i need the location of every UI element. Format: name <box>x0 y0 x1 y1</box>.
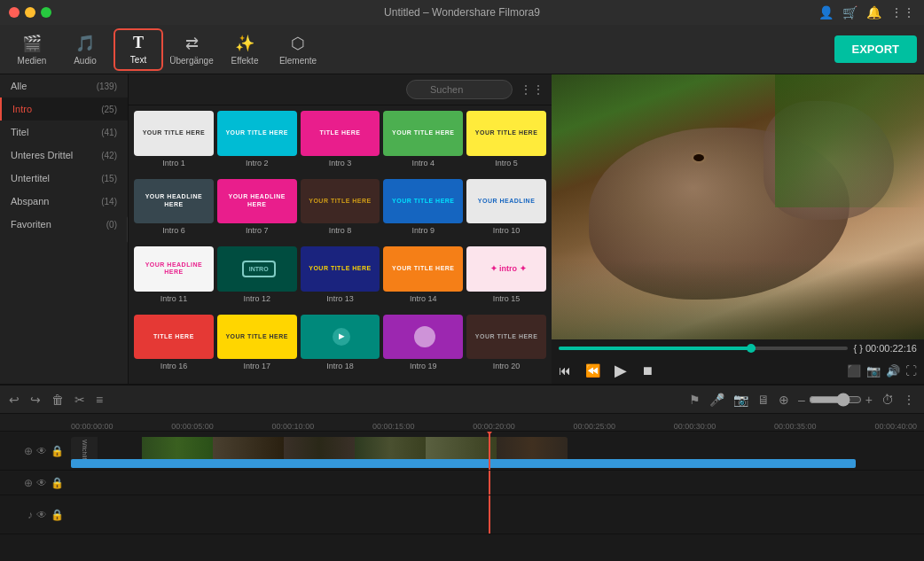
title-bar-icons: 👤 🛒 🔔 ⋮⋮ <box>818 5 915 19</box>
track-content-text1[interactable] <box>71 471 924 495</box>
template-name-3: Intro 3 <box>329 159 352 168</box>
toolbar-ubergange[interactable]: ⇄ Übergänge <box>167 28 216 71</box>
toolbar-medien[interactable]: 🎬 Medien <box>7 28 57 71</box>
redo-button[interactable]: ↪ <box>30 393 41 407</box>
template-toolbar: 🔍 ⋮⋮ <box>129 74 552 105</box>
screen-icon[interactable]: ⬛ <box>847 364 861 378</box>
timeline-ruler: 00:00:00:00 00:00:05:00 00:00:10:00 00:0… <box>0 414 924 432</box>
template-item-10[interactable]: YOUR HEADLINEIntro 10 <box>466 179 546 244</box>
template-item-5[interactable]: Your Title HereIntro 5 <box>466 111 546 175</box>
template-name-6: Intro 6 <box>162 226 185 235</box>
add-icon[interactable]: ⊕ <box>779 393 789 407</box>
template-name-2: Intro 2 <box>246 159 269 168</box>
track-add2-icon[interactable]: ⊕ <box>24 477 33 489</box>
track-eye2-icon[interactable]: 👁 <box>36 477 47 489</box>
track-eye-icon[interactable]: 👁 <box>36 445 47 457</box>
template-item-1[interactable]: YOUR TITLE HEREIntro 1 <box>134 111 214 175</box>
step-back-button[interactable]: ⏪ <box>585 363 600 378</box>
timeline-toolbar: ↩ ↪ 🗑 ✂ ≡ ⚑ 🎤 📷 🖥 ⊕ – + ⏱ ⋮ <box>0 386 924 414</box>
template-name-4: Intro 4 <box>412 159 435 168</box>
panel-item-titel[interactable]: Titel (41) <box>0 121 128 144</box>
maximize-button[interactable] <box>41 7 51 18</box>
track-lock2-icon[interactable]: 🔒 <box>51 477 64 489</box>
template-item-20[interactable]: YOUR TITLE HEREIntro 20 <box>466 315 546 379</box>
zoom-out-icon[interactable]: – <box>798 393 805 407</box>
stop-button[interactable]: ⏹ <box>641 363 654 378</box>
template-item-9[interactable]: Your Title HereIntro 9 <box>383 179 463 244</box>
template-item-2[interactable]: YOUR TITLE HEREIntro 2 <box>217 111 297 175</box>
text-icon: T <box>133 34 144 52</box>
template-item-15[interactable]: ✦ intro ✦Intro 15 <box>466 246 546 311</box>
panel-item-unteres[interactable]: Unteres Drittel (42) <box>0 144 128 167</box>
progress-bar[interactable] <box>559 347 848 350</box>
search-input[interactable] <box>406 80 513 99</box>
mic-icon[interactable]: 🎤 <box>709 393 724 407</box>
skip-back-button[interactable]: ⏮ <box>559 363 571 378</box>
toolbar-audio[interactable]: 🎵 Audio <box>60 28 110 71</box>
template-name-8: Intro 8 <box>329 226 352 235</box>
split-button[interactable]: ≡ <box>96 393 103 407</box>
export-button[interactable]: EXPORT <box>834 35 917 63</box>
delete-button[interactable]: 🗑 <box>51 393 64 407</box>
track-lock3-icon[interactable]: 🔒 <box>51 509 64 521</box>
undo-button[interactable]: ↩ <box>9 393 20 407</box>
screen2-icon[interactable]: 🖥 <box>757 393 770 407</box>
template-name-10: Intro 10 <box>493 226 521 235</box>
clock-icon[interactable]: ⏱ <box>881 393 894 407</box>
template-item-19[interactable]: Intro 19 <box>383 315 463 379</box>
medien-icon: 🎬 <box>22 34 42 53</box>
panel-item-untertitel[interactable]: Untertitel (15) <box>0 167 128 190</box>
progress-handle[interactable] <box>747 344 756 353</box>
preview-progress-bar-container[interactable]: { } 00:00:22:16 <box>552 339 924 357</box>
more-icon[interactable]: ⋮ <box>903 393 915 407</box>
template-item-14[interactable]: YOUR TITLE HEREIntro 14 <box>383 246 463 311</box>
track-controls-audio1: ♪ 👁 🔒 <box>0 509 71 521</box>
time-display: { } 00:00:22:16 <box>853 343 917 354</box>
template-item-6[interactable]: YOUR HEADLINE HEREIntro 6 <box>134 179 214 244</box>
toolbar-elemente[interactable]: ⬡ Elemente <box>273 28 323 71</box>
template-item-11[interactable]: YOUR HEADLINE HEREIntro 11 <box>134 246 214 311</box>
track-lock-icon[interactable]: 🔒 <box>51 445 64 457</box>
fullscreen-icon[interactable]: ⛶ <box>905 364 917 378</box>
panel-item-favoriten[interactable]: Favoriten (0) <box>0 213 128 236</box>
preview-buttons: ⏮ ⏪ ▶ ⏹ ⬛ 📷 🔊 ⛶ <box>552 357 924 384</box>
template-item-8[interactable]: YOUR TITLE HEREIntro 8 <box>301 179 380 244</box>
close-button[interactable] <box>9 7 20 18</box>
camera2-icon[interactable]: 📷 <box>733 393 748 407</box>
template-item-3[interactable]: TITLE HEREIntro 3 <box>301 111 380 175</box>
template-name-9: Intro 9 <box>412 226 435 235</box>
zoom-slider[interactable] <box>809 393 862 407</box>
volume-icon[interactable]: 🔊 <box>886 364 900 378</box>
toolbar-effekte[interactable]: ✨ Effekte <box>220 28 270 71</box>
template-item-17[interactable]: YOUR TITLE HEREIntro 17 <box>217 315 297 379</box>
panel-item-intro[interactable]: Intro (25) <box>0 97 128 121</box>
template-item-16[interactable]: TITLE HEREIntro 16 <box>134 315 214 379</box>
template-item-7[interactable]: YOUR HEADLINE HEREIntro 7 <box>217 179 297 244</box>
title-bar: Untitled – Wondershare Filmora9 👤 🛒 🔔 ⋮⋮ <box>0 0 924 25</box>
grid-view-icon[interactable]: ⋮⋮ <box>520 82 544 97</box>
track-content-audio1[interactable] <box>71 495 924 534</box>
zoom-in-icon[interactable]: + <box>865 393 873 407</box>
template-item-13[interactable]: YOUR TITLE HEREIntro 13 <box>301 246 380 311</box>
play-button[interactable]: ▶ <box>615 361 627 380</box>
cart-icon: 🛒 <box>842 5 857 19</box>
template-item-18[interactable]: ▶Intro 18 <box>301 315 380 379</box>
template-name-18: Intro 18 <box>326 362 354 370</box>
panel-item-alle[interactable]: Alle (139) <box>0 74 128 97</box>
panel-item-abspann[interactable]: Abspann (14) <box>0 190 128 213</box>
toolbar-text[interactable]: T Text <box>114 28 163 71</box>
track-eye3-icon[interactable]: 👁 <box>36 509 47 521</box>
track-controls-video1: ⊕ 👁 🔒 <box>0 445 71 457</box>
track-add-icon[interactable]: ⊕ <box>24 445 33 457</box>
template-item-12[interactable]: INTROIntro 12 <box>217 246 297 311</box>
timeline-right-tools: ⚑ 🎤 📷 🖥 ⊕ – + ⏱ ⋮ <box>689 393 915 407</box>
camera-icon[interactable]: 📷 <box>866 364 881 378</box>
cut-button[interactable]: ✂ <box>74 393 85 407</box>
minimize-button[interactable] <box>25 7 35 18</box>
template-item-4[interactable]: YOUR TITLE HEREIntro 4 <box>383 111 463 175</box>
track-content-video1[interactable]: Witchlife <box>71 432 924 470</box>
template-name-7: Intro 7 <box>246 226 269 235</box>
flag-icon[interactable]: ⚑ <box>689 393 701 407</box>
music-note-icon[interactable]: ♪ <box>27 509 33 521</box>
playhead[interactable] <box>489 432 490 470</box>
